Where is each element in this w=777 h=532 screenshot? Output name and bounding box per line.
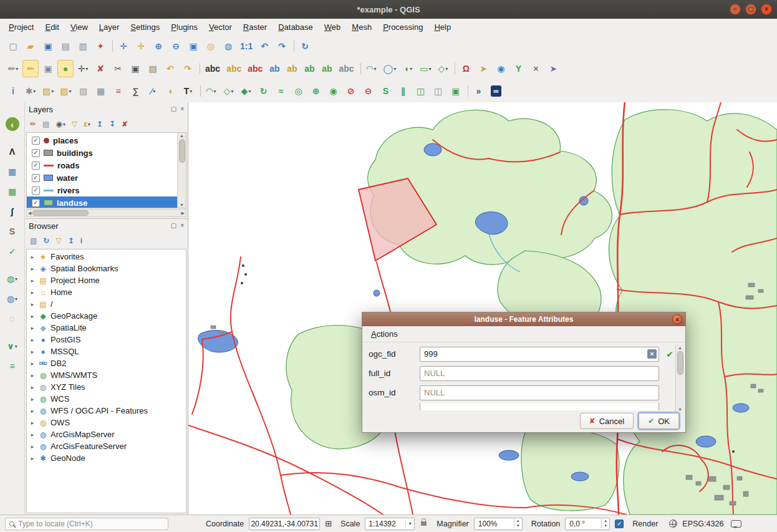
paste-features-icon[interactable]: ▤ ▾ (145, 60, 161, 77)
attribute-input[interactable] (420, 347, 659, 362)
map-tips-icon[interactable]: ◗ ▾ (163, 82, 179, 100)
new-project-icon[interactable]: ▢ ▾ (5, 37, 21, 55)
browser-item-spatialite[interactable]: ▸ ◆ SpatiaLite (27, 322, 186, 334)
maximize-button[interactable]: ▢ (745, 4, 756, 15)
select-pointer-icon[interactable]: ➤ ▾ (475, 60, 491, 77)
clear-input-icon[interactable]: × (647, 349, 657, 359)
highlight-labels-icon[interactable]: abc ▾ (245, 60, 265, 77)
layer-globe-icon[interactable]: ≡ ▾ (3, 358, 22, 374)
expand-arrow-icon[interactable]: ▸ (29, 443, 36, 450)
new-print-layout-icon[interactable]: ▤ ▾ (57, 37, 74, 55)
collapse-all-icon[interactable]: ↧ ▾ (108, 119, 117, 129)
pan-map-icon[interactable]: ✛ ▾ (115, 37, 132, 55)
cancel-button[interactable]: ✘ Cancel (580, 413, 634, 429)
close-panel-icon[interactable]: × (180, 106, 184, 112)
search-plugin-icon[interactable]: ∞ ▾ (488, 82, 504, 100)
fill-ring-icon[interactable]: ◉ ▾ (326, 82, 342, 100)
manage-map-themes-icon[interactable]: ◉ ▾ (54, 119, 67, 129)
select-features-icon[interactable]: ▧ ▾ (40, 82, 56, 100)
statistical-summary-icon[interactable]: ∑ ▾ (128, 82, 144, 100)
browser-item-db2[interactable]: ▸ DB2 DB2 (27, 357, 186, 369)
pan-to-selection-icon[interactable]: ✛ ▾ (133, 37, 149, 55)
run-feature-action-icon[interactable]: ✱ ▾ (22, 82, 39, 100)
vertex-tool-icon[interactable]: ✛ ▾ (75, 60, 91, 77)
spin-down-icon[interactable]: ▼ (516, 524, 520, 528)
digitize-curve-icon[interactable]: ◠ ▾ (203, 82, 220, 100)
expand-arrow-icon[interactable]: ▸ (29, 301, 36, 307)
ok-button[interactable]: ✔ OK (639, 413, 679, 429)
zoom-in-icon[interactable]: ⊕ ▾ (150, 37, 166, 55)
check-geometry-icon[interactable]: ✓ ▾ (3, 243, 22, 259)
add-selected-layers-icon[interactable]: ▧ ▾ (29, 236, 38, 246)
refresh-map-icon[interactable]: ↻ ▾ (297, 37, 313, 55)
zoom-full-extent-icon[interactable]: ▣ ▾ (185, 37, 201, 55)
browser-item-project-home[interactable]: ▸ ▤ Project Home (27, 274, 186, 286)
add-ring-icon[interactable]: ◎ ▾ (291, 82, 307, 100)
browser-item-wcs[interactable]: ▸ ◍ WCS (27, 393, 186, 405)
expand-arrow-icon[interactable]: ▸ (29, 372, 36, 379)
lock-scale-icon[interactable] (421, 521, 427, 526)
scroll-down-icon[interactable]: ▼ (180, 203, 184, 207)
layer-checkbox[interactable]: ✓ (32, 149, 40, 157)
grid-overlay-icon[interactable]: ▦ ▾ (3, 163, 22, 180)
expand-arrow-icon[interactable]: ▸ (29, 337, 36, 343)
browser-item-root[interactable]: ▸ ▤ / (27, 298, 186, 310)
expand-all-icon[interactable]: ↥ ▾ (95, 119, 104, 129)
layer-checkbox[interactable]: ✓ (32, 174, 40, 182)
close-panel-icon[interactable]: × (180, 223, 184, 229)
map-canvas[interactable]: landuse - Feature Attributes × Actions o… (188, 102, 777, 515)
magnifier-spinbox[interactable]: 100% ▲▼ (474, 518, 523, 530)
collapse-panels-icon[interactable]: ‹ ▾ (3, 116, 22, 132)
simplify-feature-icon[interactable]: ≈ ▾ (273, 82, 289, 100)
menu-item[interactable]: Settings (125, 21, 165, 34)
open-attribute-table-icon[interactable]: ▦ ▾ (93, 82, 109, 100)
menu-item[interactable]: Project (4, 21, 39, 34)
epsg-label[interactable]: EPSG:4326 (682, 520, 723, 528)
merge-features-icon[interactable]: ▣ ▾ (448, 82, 464, 100)
circular-string-tool-icon[interactable]: ◠ ▾ (364, 60, 380, 77)
layer-diagram-options-icon[interactable]: abc ▾ (224, 60, 244, 77)
toolbar-extension-icon[interactable]: » ▾ (471, 82, 487, 100)
expand-arrow-icon[interactable]: ▸ (29, 289, 36, 296)
save-layer-edits-icon[interactable]: ▣ ▾ (40, 60, 56, 77)
browser-item-arcgisfeatureserver[interactable]: ▸ ◍ ArcGisFeatureServer (27, 440, 186, 452)
minimize-button[interactable]: − (730, 4, 741, 15)
scrollbar-thumb[interactable] (677, 351, 683, 375)
expand-arrow-icon[interactable]: ▸ (29, 420, 36, 426)
delete-part-icon[interactable]: ⊖ ▾ (360, 82, 377, 100)
pin-unpin-labels-icon[interactable]: ab ▾ (266, 60, 282, 77)
expand-arrow-icon[interactable]: ▸ (29, 455, 36, 462)
web-globe-icon[interactable]: ◍ ▾ (3, 291, 22, 307)
render-checkbox[interactable]: ✓ (615, 520, 624, 528)
actions-menu[interactable]: Actions (366, 327, 403, 341)
browser-item-postgis[interactable]: ▸ ● PostGIS (27, 334, 186, 346)
save-project-icon[interactable]: ▣ ▾ (40, 37, 56, 55)
dialog-close-button[interactable]: × (672, 314, 682, 324)
expand-arrow-icon[interactable]: ▸ (29, 360, 36, 367)
menu-item[interactable]: Edit (40, 21, 64, 34)
expand-arrow-icon[interactable]: ▸ (29, 313, 36, 319)
reshape-features-icon[interactable]: S ▾ (378, 82, 394, 100)
scrollbar-thumb[interactable] (32, 210, 89, 216)
field-calculator-icon[interactable]: ≡ ▾ (110, 82, 127, 100)
browser-item-home[interactable]: ▸ ⌂ Home (27, 286, 186, 298)
close-button[interactable]: × (761, 4, 772, 15)
spin-up-icon[interactable]: ▲ (604, 519, 607, 523)
rotate-label-icon[interactable]: ab ▾ (319, 60, 335, 77)
menu-item[interactable]: Web (319, 21, 346, 34)
layers-horizontal-scrollbar[interactable]: ◀ ▶ (26, 209, 186, 217)
layer-labeling-options-icon[interactable]: abc ▾ (203, 60, 223, 77)
select-vertex-path-icon[interactable]: ∨ ▾ (3, 338, 22, 354)
attribute-input[interactable] (420, 366, 659, 381)
browser-item-wfs[interactable]: ▸ ◍ WFS / OGC API - Features (27, 405, 186, 417)
menu-item[interactable]: Help (429, 21, 456, 34)
rotate-feature-icon[interactable]: ↻ ▾ (256, 82, 272, 100)
redo-icon[interactable]: ↷ ▾ (180, 60, 196, 77)
spin-down-icon[interactable]: ▼ (604, 524, 607, 528)
browser-item-xyz[interactable]: ▸ ◍ XYZ Tiles (27, 381, 186, 393)
menu-item[interactable]: Database (273, 21, 318, 34)
expand-arrow-icon[interactable]: ▸ (29, 325, 36, 331)
projection-icon[interactable] (669, 520, 677, 528)
layer-checkbox[interactable]: ✓ (32, 137, 40, 145)
add-part-icon[interactable]: ⊕ ▾ (308, 82, 324, 100)
